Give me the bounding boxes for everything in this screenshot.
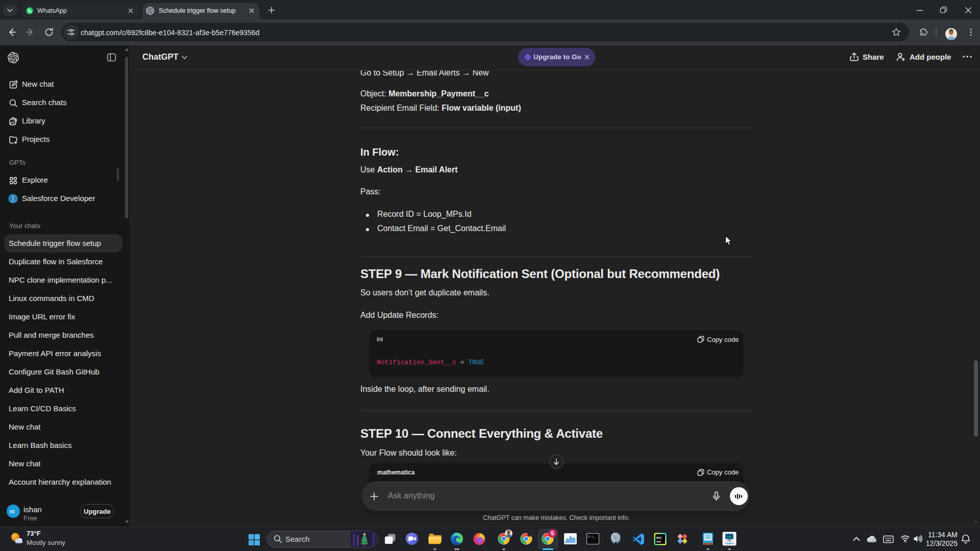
svg-text:C:\_: C:\_ <box>588 535 596 539</box>
svg-text:TaskPro: TaskPro <box>725 542 734 545</box>
svg-text:PC: PC <box>656 536 662 540</box>
svg-text:GO!: GO! <box>727 535 732 538</box>
